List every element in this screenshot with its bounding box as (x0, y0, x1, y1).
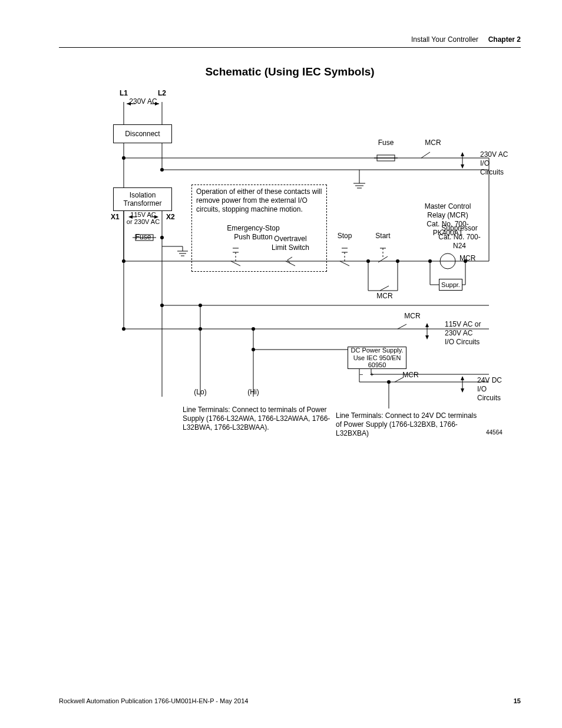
label-io-115-230: 115V AC or 230V AC I/O Circuits (445, 320, 481, 347)
section-title: Install Your Controller (411, 35, 478, 44)
label-230v: 230V AC (129, 97, 157, 106)
label-mcr-row3: MCR (404, 312, 420, 321)
svg-point-76 (252, 327, 255, 331)
label-115v-230v: 115V AC or 230V AC (127, 211, 160, 225)
page-header: Install Your Controller Chapter 2 (59, 35, 521, 48)
label-start: Start (375, 232, 390, 241)
svg-point-67 (122, 327, 125, 331)
label-mcr-holdin: MCR (376, 292, 392, 301)
label-mcr-row4: MCR (402, 371, 418, 380)
label-io-230: 230V AC I/O Circuits (480, 150, 508, 177)
svg-marker-71 (425, 335, 429, 340)
label-X1: X1 (111, 213, 120, 222)
svg-point-37 (122, 259, 125, 263)
schematic-title: Schematic (Using IEC Symbols) (59, 65, 521, 78)
label-mcr-coil: MCR (459, 254, 475, 263)
note-text: Operation of either of these contacts wi… (196, 187, 326, 214)
label-supp-info: Suppressor Cat. No. 700-N24 (433, 224, 486, 251)
chapter-label: Chapter 2 (488, 35, 521, 44)
svg-marker-86 (461, 376, 464, 380)
svg-point-9 (122, 156, 125, 160)
figure-ref: 44564 (486, 429, 503, 437)
label-hi: (Hi) (247, 388, 259, 397)
svg-marker-14 (461, 152, 464, 156)
schematic-diagram: L1 L2 230V AC Disconnect Fuse MCR 230V A… (100, 84, 513, 438)
label-line-terms-ac: Line Terminals: Connect to terminals of … (183, 406, 336, 432)
publication-info: Rockwell Automation Publication 1766-UM0… (59, 697, 248, 704)
svg-point-17 (160, 168, 164, 172)
page-footer: Rockwell Automation Publication 1766-UM0… (59, 697, 521, 704)
svg-line-68 (398, 324, 406, 329)
label-line-terms-dc: Line Terminals: Connect to 24V DC termin… (336, 411, 483, 438)
label-io-24: 24V DC I/O Circuits (477, 376, 502, 403)
svg-line-12 (421, 152, 430, 158)
svg-point-59 (428, 259, 432, 263)
svg-point-78 (252, 348, 255, 351)
box-disconnect: Disconnect (113, 124, 172, 143)
svg-point-65 (160, 304, 164, 307)
svg-marker-70 (425, 323, 429, 327)
svg-line-55 (380, 286, 389, 291)
label-minus: − (359, 371, 363, 379)
svg-marker-87 (461, 388, 464, 393)
svg-marker-15 (461, 164, 464, 169)
label-X2: X2 (166, 213, 175, 222)
label-L1: L1 (120, 89, 128, 98)
label-lo: (Lo) (194, 388, 206, 397)
svg-point-73 (199, 327, 202, 331)
label-stop: Stop (338, 232, 352, 241)
label-overtravel: Overtravel Limit Switch (272, 235, 309, 252)
box-iso-transformer: Isolation Transformer (113, 187, 172, 211)
box-suppressor: Suppr. (439, 279, 462, 291)
label-mcr-top: MCR (425, 139, 441, 147)
box-dc-supply: DC Power Supply. Use IEC 950/EN 60950 (348, 347, 406, 369)
svg-point-74 (199, 304, 202, 307)
label-plus: + (370, 371, 373, 379)
label-fuse-left: Fuse (135, 233, 151, 242)
page-number: 15 (514, 697, 521, 704)
label-fuse-top: Fuse (378, 139, 394, 147)
svg-point-30 (160, 236, 164, 239)
label-L2: L2 (158, 89, 166, 98)
svg-line-46 (340, 261, 349, 266)
